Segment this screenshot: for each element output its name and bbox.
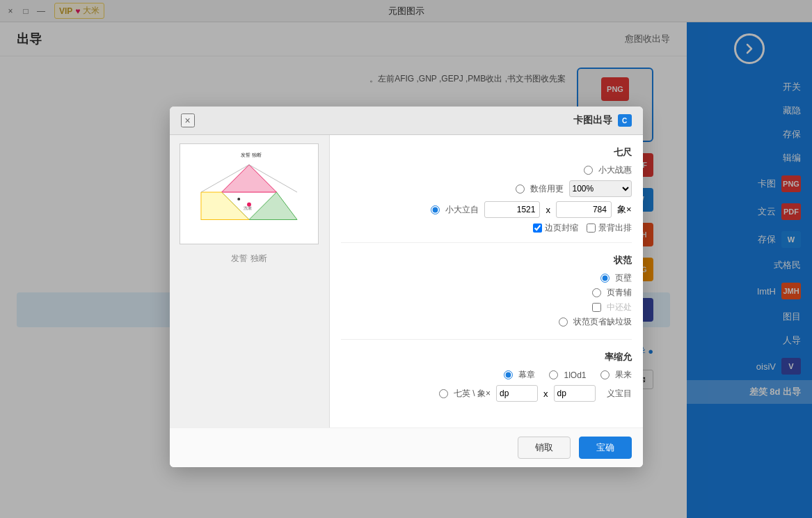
range-check-3[interactable]: [592, 303, 601, 312]
addon-radio-3[interactable]: [600, 370, 610, 379]
range-section: 状范 页壁 页青辅 中还处 状范页省缺垃圾: [341, 254, 632, 340]
addon-section-title: 率缩允: [341, 351, 632, 363]
range-label-4: 状范页省缺垃圾: [573, 316, 632, 328]
range-section-title: 状范: [341, 254, 632, 267]
range-row-2: 页青辅: [341, 287, 632, 299]
export-modal: × 卡图出导 C: [170, 107, 643, 467]
range-row-3: 中还处: [341, 301, 632, 313]
size-label-1: 小大战惠: [598, 164, 632, 176]
range-label-2: 页青辅: [607, 287, 632, 299]
bg-label: 景背出排: [598, 222, 632, 234]
modal-preview: 发誓 独断 洗漱 发誓 独断: [170, 135, 330, 427]
size-row-1: 小大战惠: [341, 164, 632, 176]
width-input[interactable]: [484, 201, 540, 218]
modal-title: 卡图出导 C: [573, 114, 632, 127]
size-row-2: 数倍用更 100% 150% 200%: [341, 180, 632, 197]
size-radio-3[interactable]: [431, 205, 440, 214]
range-row-1: 页壁: [341, 272, 632, 284]
shrink-checkbox[interactable]: [533, 223, 542, 233]
checkbox-row: 边页封缩 景背出排: [341, 222, 632, 234]
checkbox-1: 边页封缩: [533, 222, 578, 234]
cancel-button[interactable]: 销取: [518, 437, 571, 459]
addon-label-1: 幕章: [518, 369, 535, 381]
addon-radio-2[interactable]: [549, 370, 558, 379]
range-radio-4[interactable]: [559, 317, 568, 327]
range-label-1: 页壁: [615, 272, 632, 284]
size-row-3: 小大立自 x 象×: [341, 201, 632, 218]
custom-size-row: 七英 \ 象× x 义宝目: [341, 385, 632, 402]
custom-w-input[interactable]: [496, 385, 538, 402]
shrink-label: 边页封缩: [545, 222, 578, 234]
x-separator: x: [546, 205, 550, 215]
modal-title-icon: C: [618, 114, 632, 127]
custom-h-input[interactable]: [554, 385, 596, 402]
size-unit: 象×: [617, 203, 632, 216]
size-radio-1[interactable]: [584, 166, 593, 175]
svg-text:洗漱: 洗漱: [244, 206, 252, 210]
size-radio-2[interactable]: [516, 185, 525, 194]
custom-size-label: 七英 \ 象×: [454, 388, 491, 400]
bg-checkbox[interactable]: [587, 223, 596, 233]
modal-settings: 七尺 小大战惠 数倍用更 100% 150% 200%: [330, 135, 643, 427]
modal-body: 发誓 独断 洗漱 发誓 独断 七尺 小大战惠 数倍: [170, 135, 643, 427]
modal-footer: 销取 宝确: [170, 427, 643, 467]
multiplier-select[interactable]: 100% 150% 200%: [569, 180, 632, 197]
addon-radio-1[interactable]: [504, 370, 513, 379]
size-section: 七尺 小大战惠 数倍用更 100% 150% 200%: [341, 146, 632, 243]
height-input[interactable]: [556, 201, 612, 218]
addon-label-2: 1lOd1: [564, 370, 586, 380]
confirm-button[interactable]: 宝确: [579, 437, 632, 459]
addon-row: 幕章 1lOd1 果来: [341, 369, 632, 381]
svg-point-8: [237, 198, 240, 201]
size-label-2: 数倍用更: [530, 183, 564, 195]
custom-x-sep: x: [543, 388, 548, 399]
custom-sublabel: 义宝目: [607, 388, 632, 400]
modal-header: × 卡图出导 C: [170, 107, 643, 135]
modal-close-button[interactable]: ×: [181, 113, 195, 127]
size-section-title: 七尺: [341, 146, 632, 159]
preview-canvas: 发誓 独断 洗漱: [180, 143, 319, 244]
checkbox-2: 景背出排: [587, 222, 632, 234]
range-row-4: 状范页省缺垃圾: [341, 316, 632, 328]
addon-radio-custom[interactable]: [439, 389, 448, 398]
addon-section: 率缩允 幕章 1lOd1 果来 七英 \ 象× x: [341, 351, 632, 414]
modal-overlay: × 卡图出导 C: [0, 0, 812, 518]
svg-text:发誓 独断: 发誓 独断: [241, 152, 262, 157]
range-radio-1[interactable]: [600, 274, 610, 283]
range-radio-2[interactable]: [592, 288, 601, 297]
range-label-3: 中还处: [607, 301, 632, 313]
addon-label-3: 果来: [615, 369, 632, 381]
preview-bottom-label: 发誓 独断: [231, 253, 266, 265]
size-label-3: 小大立自: [445, 204, 479, 216]
